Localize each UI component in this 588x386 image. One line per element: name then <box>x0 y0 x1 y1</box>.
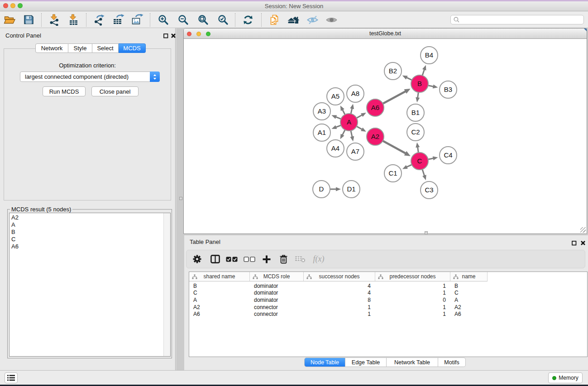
delete-table-icon[interactable] <box>292 251 308 267</box>
copy-network-icon[interactable] <box>265 13 284 27</box>
function-builder-icon[interactable]: f(x) <box>308 251 329 267</box>
memory-button[interactable]: Memory <box>548 372 583 383</box>
graph-edge-C-C3[interactable] <box>422 169 425 176</box>
cell-successor_nodes: 1 <box>304 304 375 310</box>
graph-edge-A-A6[interactable] <box>357 114 363 118</box>
graph-edge-A-A7[interactable] <box>351 131 352 138</box>
table-header-row: shared nameMCDS rolesuccessor nodesprede… <box>189 272 488 281</box>
control-panel-float-icon[interactable] <box>163 33 168 38</box>
window-resize-handle-left[interactable] <box>179 197 182 200</box>
unselect-all-checkboxes-icon[interactable] <box>241 251 258 267</box>
dropdown-stepper-icon[interactable] <box>150 71 160 82</box>
tab-select[interactable]: Select <box>92 43 119 53</box>
column-header-successor-nodes[interactable]: successor nodes <box>304 272 375 281</box>
graph-arrowhead-B-B4 <box>422 65 426 71</box>
save-session-icon[interactable] <box>19 13 38 27</box>
import-table-icon[interactable] <box>64 13 83 27</box>
tab-node-table[interactable]: Node Table <box>304 357 345 367</box>
window-resize-handle-bottom[interactable] <box>425 231 428 234</box>
cell-name: A2 <box>450 304 488 310</box>
graph-arrowhead-B-B1 <box>416 97 420 103</box>
mcds-panel: Optimization criterion: largest connecte… <box>4 48 171 200</box>
delete-columns-icon[interactable] <box>275 251 292 267</box>
export-image-icon[interactable] <box>128 13 147 27</box>
column-header-shared-name[interactable]: shared name <box>189 272 250 281</box>
toolbar-separator <box>261 13 262 27</box>
resize-grip-icon[interactable] <box>580 227 586 233</box>
zoom-in-icon[interactable] <box>153 13 173 27</box>
graph-edge-C-C2[interactable] <box>417 147 418 152</box>
graph-edge-A-A3[interactable] <box>335 117 341 119</box>
select-all-checkboxes-icon[interactable] <box>223 251 241 267</box>
table-panel-close-icon[interactable] <box>580 240 586 246</box>
zoom-fit-icon[interactable] <box>193 13 213 27</box>
mcds-result-item[interactable]: A6 <box>10 243 170 250</box>
table-row[interactable]: Bdominator41B <box>189 282 587 290</box>
mcds-result-scrollbar[interactable] <box>163 213 170 356</box>
graph-edge-A6-B[interactable] <box>383 91 406 104</box>
tab-network[interactable]: Network <box>35 43 68 53</box>
add-column-icon[interactable] <box>258 251 275 267</box>
close-panel-button[interactable]: Close panel <box>91 86 139 96</box>
zoom-out-icon[interactable] <box>173 13 193 27</box>
cell-mcds_role: dominator <box>250 283 304 289</box>
graph-arrowhead-B-B2 <box>402 76 408 80</box>
table-row[interactable]: Cdominator41C <box>189 290 587 297</box>
table-panel-title: Table Panel <box>190 238 220 245</box>
graph-edge-C-C1[interactable] <box>406 165 412 167</box>
optimization-criterion-dropdown[interactable]: largest connected component (directed) <box>20 71 160 82</box>
graph-edge-A-A8[interactable] <box>351 108 352 114</box>
search-input[interactable] <box>450 15 584 24</box>
tab-style[interactable]: Style <box>68 43 92 53</box>
open-file-icon[interactable] <box>0 13 19 27</box>
graph-node-label-C2: C2 <box>411 128 420 136</box>
refresh-layout-icon[interactable] <box>239 13 258 27</box>
show-columns-icon[interactable] <box>207 251 223 267</box>
graph-edge-A2-C[interactable] <box>383 141 406 153</box>
task-history-button[interactable] <box>5 372 18 383</box>
hide-labels-icon[interactable] <box>303 13 322 27</box>
export-table-icon[interactable] <box>109 13 128 27</box>
table-row[interactable]: A6connector11A6 <box>189 310 587 318</box>
column-header-name[interactable]: name <box>450 272 488 281</box>
graph-edge-A-A4[interactable] <box>342 130 345 136</box>
mcds-result-item[interactable]: A2 <box>10 214 170 221</box>
table-options-icon[interactable] <box>186 251 207 267</box>
graph-edge-A-A5[interactable] <box>342 109 345 114</box>
table-row[interactable]: Adominator80A <box>189 296 587 304</box>
graph-edge-B-B2[interactable] <box>406 77 412 80</box>
cell-successor_nodes: 1 <box>304 311 375 317</box>
tab-network-table[interactable]: Network Table <box>387 357 438 367</box>
desktop-edge <box>0 0 588 1</box>
show-graphics-details-icon[interactable] <box>322 13 341 27</box>
mcds-result-item[interactable]: A <box>10 221 170 229</box>
mcds-result-item[interactable]: B <box>10 229 170 236</box>
control-panel-close-icon[interactable] <box>171 33 176 38</box>
export-network-icon[interactable] <box>90 13 109 27</box>
graph-edge-B-B1[interactable] <box>417 92 418 98</box>
cell-name: C <box>450 290 488 296</box>
tab-edge-table[interactable]: Edge Table <box>345 357 387 367</box>
tab-motifs[interactable]: Motifs <box>438 357 466 367</box>
column-header-MCDS-role[interactable]: MCDS role <box>250 272 304 281</box>
graph-edge-A-A2[interactable] <box>357 126 363 129</box>
tab-mcds[interactable]: MCDS <box>119 43 146 53</box>
desktop-pane: testGlobe.txt B4B2BB3A5A8A6A3B1AA1C2A2A4… <box>176 28 588 370</box>
table-body: Bdominator41BCdominator41CAdominator80AA… <box>189 282 587 318</box>
home-layout-icon[interactable] <box>284 13 303 27</box>
table-row[interactable]: A2connector11A2 <box>189 304 587 311</box>
graph-node-label-B: B <box>417 80 422 87</box>
table-panel-float-icon[interactable] <box>572 241 577 246</box>
run-mcds-button[interactable]: Run MCDS <box>43 86 86 96</box>
cell-shared_name: A6 <box>189 311 250 317</box>
import-network-icon[interactable] <box>45 13 64 27</box>
mcds-result-item[interactable]: C <box>10 236 170 243</box>
network-window-titlebar[interactable]: testGlobe.txt <box>184 29 587 39</box>
zoom-selected-icon[interactable] <box>213 13 233 27</box>
network-canvas[interactable]: B4B2BB3A5A8A6A3B1AA1C2A2A4A7CC4C1C3DD1 <box>184 39 587 234</box>
network-window[interactable]: testGlobe.txt B4B2BB3A5A8A6A3B1AA1C2A2A4… <box>183 28 587 234</box>
column-header-predecessor-nodes[interactable]: predecessor nodes <box>375 272 450 281</box>
graph-edge-B-B4[interactable] <box>422 69 425 76</box>
graph-arrowhead-A-A3 <box>331 115 337 119</box>
cell-predecessor_nodes: 1 <box>375 290 450 296</box>
